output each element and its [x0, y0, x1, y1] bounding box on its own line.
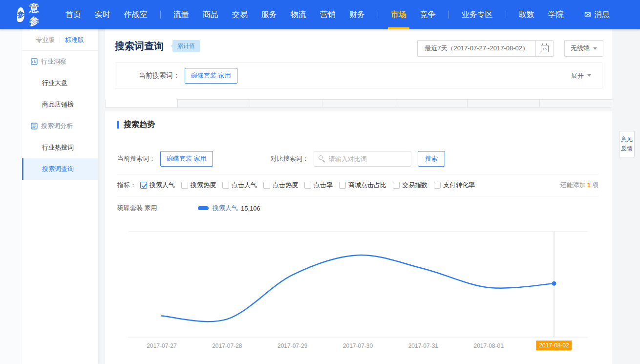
metric-option-click-heat[interactable]: 点击热度 [263, 181, 298, 190]
expand-label: 展开 [571, 71, 584, 80]
metric-checkbox[interactable] [339, 182, 346, 189]
messages-label: 消息 [594, 10, 610, 20]
nav-item-war-room[interactable]: 作战室 [117, 0, 154, 29]
metric-option-click-rate[interactable]: 点击率 [304, 181, 333, 190]
current-keyword-panel: 当前搜索词： 碗碟套装 家用 展开 [115, 63, 602, 88]
sidebar-item-hot-search-words[interactable]: 行业热搜词 [22, 137, 98, 158]
metric-option-mall-click-share[interactable]: 商城点击占比 [339, 181, 386, 190]
sidebar-item-industry-overview[interactable]: 行业大盘 [22, 72, 98, 94]
metric-option-search-heat[interactable]: 搜索热度 [181, 181, 216, 190]
x-axis-label: 2017-07-29 [277, 343, 307, 349]
messages-button[interactable]: ✉ 消息 [584, 10, 610, 20]
nav-divider [506, 11, 506, 19]
metric-option-click-popularity[interactable]: 点击人气 [222, 181, 257, 190]
calendar-icon: 15 [541, 45, 549, 52]
page-title: 搜索词查询 [115, 40, 164, 53]
nav-item-business-zone[interactable]: 业务专区 [455, 0, 500, 29]
search-icon [319, 155, 323, 160]
nav-item-realtime[interactable]: 实时 [88, 0, 117, 29]
keyword-chip[interactable]: 碗碟套装 家用 [185, 68, 237, 84]
metric-label: 点击人气 [232, 181, 257, 190]
metric-checkbox[interactable] [304, 182, 311, 189]
chart-legend-row: 碗碟套装 家用 搜索人气 15,106 [117, 196, 598, 215]
metric-checkbox[interactable] [393, 182, 400, 189]
metric-option-pay-conversion[interactable]: 支付转化率 [434, 181, 475, 190]
feedback-label-line1: 意见 [619, 135, 634, 144]
device-select[interactable]: 无线端 [564, 40, 603, 57]
nav-item-academy[interactable]: 学院 [541, 0, 571, 29]
metric-checkbox[interactable] [263, 182, 270, 189]
calendar-button[interactable]: 15 [536, 40, 554, 57]
add-remaining-hint: 还能添加1项 [560, 181, 598, 190]
x-axis-label: 2017-07-27 [147, 343, 176, 349]
chevron-down-icon [593, 47, 597, 50]
nav-item-trade[interactable]: 交易 [225, 0, 255, 29]
nav-item-marketing[interactable]: 营销 [313, 0, 342, 29]
tab-cell[interactable] [105, 99, 178, 107]
nav-divider [448, 11, 449, 19]
tab-cell[interactable] [467, 99, 540, 107]
sidebar-item-label: 搜索词分析 [41, 122, 73, 130]
nav-item-finance[interactable]: 财务 [342, 0, 372, 29]
sidebar-tab-standard[interactable]: 标准版 [65, 36, 84, 44]
nav-item-competition[interactable]: 竞争 [413, 0, 443, 29]
nav-item-logistics[interactable]: 物流 [284, 0, 313, 29]
metric-checkbox[interactable] [434, 182, 441, 189]
latest-point-dot [552, 281, 556, 286]
app-logo[interactable]: 参 生意参谋 [17, 0, 48, 41]
legend-series-name: 搜索人气 [213, 204, 238, 213]
keyword-chip[interactable]: 碗碟套装 家用 [160, 151, 213, 167]
logo-icon: 参 [17, 7, 24, 22]
section-header: 搜索趋势 [117, 119, 598, 130]
page-header-card: 搜索词查询 累计值 最近7天（2017-07-27~2017-08-02） 15… [105, 29, 612, 99]
tab-cell[interactable] [250, 99, 322, 107]
feedback-button[interactable]: 意见 反馈 [619, 131, 635, 157]
compare-keyword-label: 对比搜索词： [271, 154, 309, 163]
metric-checkbox[interactable] [140, 182, 147, 189]
sidebar-item-search-analysis[interactable]: 搜索词分析 [22, 115, 98, 137]
divider [60, 37, 60, 43]
metric-label: 点击率 [314, 181, 333, 190]
header-controls: 最近7天（2017-07-27~2017-08-02） 15 无线端 [417, 40, 603, 57]
metric-option-search-popularity[interactable]: 搜索人气 [140, 181, 175, 190]
sidebar-item-industry-insight[interactable]: 行业洞察 [22, 51, 98, 72]
metric-tab-strip [105, 99, 612, 107]
legend-series-value: 15,106 [241, 205, 260, 212]
x-axis-label: 2017-07-31 [408, 343, 438, 349]
x-axis-label: 2017-07-30 [343, 343, 373, 349]
nav-item-home[interactable]: 首页 [59, 0, 88, 29]
tab-cell[interactable] [177, 99, 250, 107]
nav-item-service[interactable]: 服务 [255, 0, 284, 29]
page-body: 专业版 标准版 行业洞察 行业大盘 商品店铺榜 搜索词分析 行业热搜词 搜索词查… [0, 29, 640, 364]
compare-input-wrap [314, 151, 411, 167]
metric-label: 支付转化率 [443, 181, 475, 190]
date-range-picker[interactable]: 最近7天（2017-07-27~2017-08-02） [417, 40, 536, 57]
metric-option-trade-index[interactable]: 交易指数 [393, 181, 427, 190]
metric-checkbox[interactable] [181, 182, 188, 189]
nav-item-market[interactable]: 市场 [384, 0, 413, 29]
compare-keyword-input[interactable] [314, 151, 411, 167]
metric-label: 点击热度 [273, 181, 298, 190]
nav-divider [378, 11, 378, 19]
envelope-icon: ✉ [584, 11, 591, 19]
tab-cell[interactable] [322, 99, 395, 107]
search-button[interactable]: 搜索 [418, 151, 445, 167]
top-navbar: 参 生意参谋 首页 实时 作战室 流量 商品 交易 服务 物流 营销 财务 市场… [0, 0, 640, 29]
series-line-search-popularity [162, 255, 554, 321]
nav-item-product[interactable]: 商品 [196, 0, 225, 29]
sidebar-item-search-word-query[interactable]: 搜索词查询 [22, 158, 98, 180]
metric-checkbox[interactable] [222, 182, 229, 189]
sidebar-item-product-shop-rank[interactable]: 商品店铺榜 [22, 94, 98, 115]
tab-cell[interactable] [539, 99, 612, 107]
nav-item-traffic[interactable]: 流量 [167, 0, 196, 29]
x-axis-labels: 2017-07-272017-07-282017-07-292017-07-30… [117, 342, 598, 353]
expand-button[interactable]: 展开 [571, 71, 591, 80]
report-icon [31, 58, 38, 65]
add-remaining-count: 1 [586, 181, 592, 189]
tab-cell[interactable] [395, 99, 468, 107]
gap [105, 107, 612, 111]
metric-label: 搜索人气 [149, 181, 175, 190]
x-axis-label: 2017-08-01 [473, 343, 503, 349]
nav-item-data-extract[interactable]: 取数 [512, 0, 541, 29]
legend-item-search-popularity[interactable]: 搜索人气 15,106 [198, 204, 260, 213]
